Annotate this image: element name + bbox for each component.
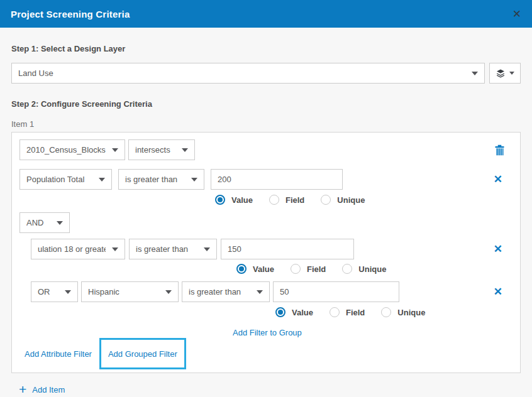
radio-selected-icon bbox=[215, 195, 225, 205]
spatial-operator-value: intersects bbox=[135, 145, 175, 155]
radio-label-unique: Unique bbox=[337, 195, 365, 205]
filter1-operator-value: is greater than bbox=[125, 175, 185, 184]
chevron-down-icon bbox=[191, 178, 197, 182]
design-layer-value: Land Use bbox=[18, 68, 465, 78]
filter1-value-type-radios: Value Field Unique bbox=[215, 195, 513, 205]
remove-filter3-button[interactable]: ✕ bbox=[494, 286, 502, 297]
filter2-radio-field[interactable]: Field bbox=[291, 264, 326, 274]
filter2-value-input[interactable] bbox=[221, 239, 354, 259]
radio-unselected-icon bbox=[291, 264, 301, 274]
filter1-radio-field[interactable]: Field bbox=[269, 195, 304, 205]
item-label: Item 1 bbox=[11, 119, 521, 129]
filter3-operator-value: is greater than bbox=[189, 287, 250, 296]
item-panel: 2010_Census_Blocks intersects bbox=[11, 132, 521, 373]
filter-links-row: Add Attribute Filter Add Grouped Filter bbox=[19, 338, 513, 369]
filter1-field-select[interactable]: Population Total bbox=[19, 169, 112, 190]
layers-icon bbox=[496, 68, 506, 79]
radio-label-value: Value bbox=[253, 264, 274, 274]
filter2-field-value: ulation 18 or greater bbox=[38, 244, 106, 254]
radio-selected-icon bbox=[275, 307, 285, 317]
remove-filter1-button[interactable]: ✕ bbox=[494, 174, 502, 185]
chevron-down-icon bbox=[112, 148, 118, 152]
filter1-operator-select[interactable]: is greater than bbox=[118, 169, 204, 190]
title-bar: Project Screening Criteria ✕ bbox=[0, 0, 532, 28]
group-logic-select[interactable]: AND bbox=[19, 212, 70, 233]
filter3-field-select[interactable]: Hispanic bbox=[81, 281, 179, 302]
radio-label-unique: Unique bbox=[397, 308, 425, 317]
add-item-label: Add Item bbox=[32, 385, 65, 394]
chevron-down-icon bbox=[165, 290, 172, 294]
filter1-value-input[interactable] bbox=[211, 169, 343, 190]
radio-unselected-icon bbox=[342, 264, 352, 274]
grouped-filter-row-2: OR Hispanic is greater than ✕ bbox=[31, 281, 513, 302]
chevron-down-icon bbox=[204, 247, 210, 251]
group-logic-row: AND bbox=[19, 212, 513, 233]
trash-icon bbox=[494, 144, 505, 156]
radio-selected-icon bbox=[236, 264, 247, 274]
add-grouped-filter-link[interactable]: Add Grouped Filter bbox=[108, 349, 177, 359]
delete-item-button[interactable] bbox=[494, 144, 505, 156]
design-layer-select[interactable]: Land Use bbox=[11, 63, 485, 84]
filter1-radio-value[interactable]: Value bbox=[215, 195, 253, 205]
radio-label-field: Field bbox=[285, 195, 304, 205]
chevron-down-icon bbox=[182, 148, 188, 152]
chevron-down-icon bbox=[57, 221, 63, 225]
filter3-radio-unique[interactable]: Unique bbox=[381, 307, 425, 317]
step1-label: Step 1: Select a Design Layer bbox=[11, 44, 521, 53]
filter2-radio-value[interactable]: Value bbox=[236, 264, 274, 274]
chevron-down-icon bbox=[99, 178, 105, 182]
filter1-field-value: Population Total bbox=[26, 175, 92, 184]
add-attribute-filter-link[interactable]: Add Attribute Filter bbox=[25, 349, 92, 359]
design-layer-row: Land Use bbox=[11, 63, 521, 84]
radio-label-field: Field bbox=[307, 264, 326, 274]
chevron-down-icon bbox=[509, 72, 514, 75]
criteria-layer-value: 2010_Census_Blocks bbox=[26, 145, 106, 155]
dialog-body: Step 1: Select a Design Layer Land Use S… bbox=[0, 44, 532, 394]
filter3-logic-select[interactable]: OR bbox=[31, 281, 78, 302]
chevron-down-icon bbox=[472, 72, 478, 75]
chevron-down-icon bbox=[112, 247, 118, 251]
layer-options-button[interactable] bbox=[489, 63, 521, 84]
radio-label-value: Value bbox=[231, 195, 253, 205]
radio-unselected-icon bbox=[381, 307, 391, 317]
project-screening-criteria-dialog: Project Screening Criteria ✕ Step 1: Sel… bbox=[0, 0, 532, 397]
plus-icon: + bbox=[19, 384, 26, 394]
chevron-down-icon bbox=[257, 290, 263, 294]
step2-label: Step 2: Configure Screening Criteria bbox=[11, 99, 521, 109]
page-title: Project Screening Criteria bbox=[11, 9, 130, 19]
chevron-down-icon bbox=[65, 290, 71, 294]
filter3-radio-value[interactable]: Value bbox=[275, 307, 313, 317]
grouped-filter-highlight-box: Add Grouped Filter bbox=[99, 338, 186, 369]
radio-label-unique: Unique bbox=[358, 264, 386, 274]
add-item-button[interactable]: + Add Item bbox=[19, 384, 65, 394]
grouped-filter-row-1: ulation 18 or greater is greater than ✕ bbox=[31, 239, 513, 259]
filter2-field-select[interactable]: ulation 18 or greater bbox=[31, 239, 125, 259]
radio-label-field: Field bbox=[346, 308, 365, 317]
filter3-value-type-radios: Value Field Unique bbox=[275, 307, 513, 317]
group-logic-value: AND bbox=[26, 218, 50, 227]
remove-filter2-button[interactable]: ✕ bbox=[494, 244, 502, 254]
filter2-value-type-radios: Value Field Unique bbox=[236, 264, 513, 274]
spatial-operator-select[interactable]: intersects bbox=[128, 139, 195, 160]
radio-label-value: Value bbox=[292, 308, 313, 317]
attribute-filter-row-1: Population Total is greater than ✕ bbox=[19, 169, 513, 190]
filter2-radio-unique[interactable]: Unique bbox=[342, 264, 386, 274]
close-icon[interactable]: ✕ bbox=[513, 9, 521, 19]
filter3-logic-value: OR bbox=[38, 287, 58, 296]
filter3-field-value: Hispanic bbox=[88, 287, 159, 296]
filter3-operator-select[interactable]: is greater than bbox=[182, 281, 270, 302]
radio-unselected-icon bbox=[330, 307, 340, 317]
filter2-operator-select[interactable]: is greater than bbox=[129, 239, 217, 259]
radio-unselected-icon bbox=[321, 195, 331, 205]
criteria-layer-select[interactable]: 2010_Census_Blocks bbox=[19, 139, 125, 160]
filter2-operator-value: is greater than bbox=[136, 244, 197, 254]
radio-unselected-icon bbox=[269, 195, 279, 205]
spatial-criteria-row: 2010_Census_Blocks intersects bbox=[19, 139, 513, 160]
filter3-value-input[interactable] bbox=[273, 281, 399, 302]
filter1-radio-unique[interactable]: Unique bbox=[321, 195, 365, 205]
filter3-radio-field[interactable]: Field bbox=[330, 307, 365, 317]
add-filter-to-group-link[interactable]: Add Filter to Group bbox=[233, 328, 302, 337]
